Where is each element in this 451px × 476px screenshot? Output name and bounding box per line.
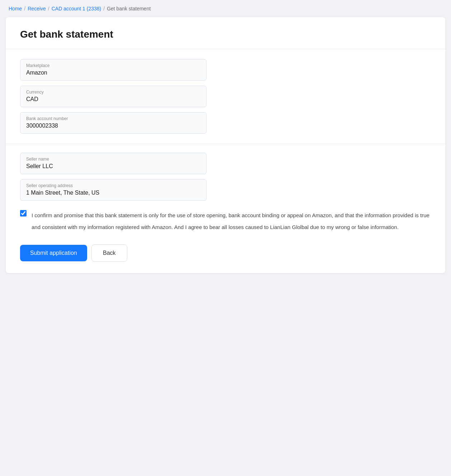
confirm-checkbox-wrapper[interactable]	[20, 210, 27, 218]
field-box: Bank account number3000002338	[20, 112, 206, 134]
field-label: Currency	[26, 90, 200, 95]
submit-button[interactable]: Submit application	[20, 245, 87, 261]
field-box: Seller nameSeller LLC	[20, 153, 206, 174]
breadcrumb: Home / Receive / CAD account 1 (2338) / …	[0, 0, 451, 17]
confirm-checkbox[interactable]	[20, 210, 27, 216]
field-value: Seller LLC	[26, 163, 200, 170]
breadcrumb-sep-2: /	[48, 6, 49, 11]
button-row: Submit application Back	[20, 244, 431, 262]
breadcrumb-account[interactable]: CAD account 1 (2338)	[52, 6, 101, 11]
field-label: Seller operating address	[26, 183, 200, 188]
breadcrumb-home[interactable]: Home	[9, 6, 22, 11]
account-fields-section: MarketplaceAmazonCurrencyCADBank account…	[6, 49, 445, 144]
back-button[interactable]: Back	[91, 244, 127, 262]
confirm-text[interactable]: I confirm and promise that this bank sta…	[32, 209, 431, 233]
page-title: Get bank statement	[20, 29, 431, 40]
seller-field-group: Seller nameSeller LLCSeller operating ad…	[20, 153, 206, 201]
breadcrumb-receive[interactable]: Receive	[28, 6, 46, 11]
field-value: 1 Main Street, The State, US	[26, 190, 200, 196]
confirm-row: I confirm and promise that this bank sta…	[20, 209, 431, 233]
field-box: Seller operating address1 Main Street, T…	[20, 179, 206, 201]
field-label: Bank account number	[26, 116, 200, 121]
breadcrumb-sep-1: /	[24, 6, 25, 11]
field-box: MarketplaceAmazon	[20, 59, 206, 81]
field-box: CurrencyCAD	[20, 86, 206, 107]
main-card: Get bank statement MarketplaceAmazonCurr…	[6, 17, 445, 273]
field-label: Seller name	[26, 157, 200, 162]
field-label: Marketplace	[26, 63, 200, 68]
account-field-group: MarketplaceAmazonCurrencyCADBank account…	[20, 59, 206, 134]
breadcrumb-sep-3: /	[103, 6, 105, 11]
page-header: Get bank statement	[6, 17, 445, 49]
field-value: Amazon	[26, 70, 200, 76]
field-value: CAD	[26, 96, 200, 103]
seller-confirm-section: Seller nameSeller LLCSeller operating ad…	[6, 144, 445, 273]
breadcrumb-current: Get bank statement	[107, 6, 151, 11]
field-value: 3000002338	[26, 123, 200, 129]
